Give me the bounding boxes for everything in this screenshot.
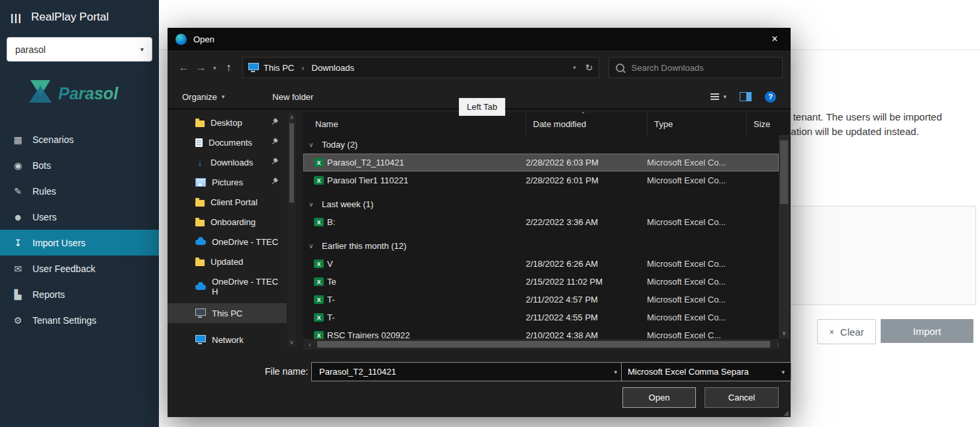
file-row[interactable]: X B: 2/22/2022 3:36 AM Microsoft Excel C…: [303, 213, 779, 231]
forward-button[interactable]: →: [193, 62, 210, 73]
group-label: Earlier this month (12): [322, 241, 407, 251]
up-button[interactable]: ↑: [220, 62, 237, 73]
search-input[interactable]: [630, 62, 752, 73]
refresh-icon[interactable]: ↻: [585, 62, 593, 73]
address-dropdown-chevron[interactable]: ▾: [573, 64, 576, 71]
dialog-titlebar[interactable]: Open: [168, 28, 791, 50]
file-name-input[interactable]: [318, 366, 609, 377]
tree-item-label: Network: [212, 335, 244, 345]
sidebar-item-tenant-settings[interactable]: ⚙ Tenant Settings: [0, 307, 159, 333]
breadcrumb-downloads[interactable]: Downloads: [312, 63, 354, 73]
list-horizontal-scrollbar[interactable]: ‹ ›: [303, 339, 785, 350]
file-row[interactable]: X V 2/18/2022 6:26 AM Microsoft Excel Co…: [303, 255, 779, 273]
scroll-down-icon[interactable]: ∨: [779, 330, 789, 336]
clear-button[interactable]: × Clear: [817, 319, 876, 344]
sidebar-item-users[interactable]: ☻ Users: [0, 204, 159, 230]
import-description-line2: nation will be updated instead.: [785, 126, 919, 137]
view-mode-button[interactable]: ▾: [710, 93, 726, 100]
tree-scrollbar[interactable]: ∧ ∨: [287, 113, 296, 347]
tree-item-pictures[interactable]: Pictures: [168, 172, 287, 192]
tree-item-client-portal[interactable]: Client Portal: [168, 192, 287, 212]
file-name-combobox[interactable]: ▾: [311, 362, 624, 381]
file-type: Microsoft Excel C...: [647, 330, 746, 339]
file-name: Te: [327, 277, 526, 287]
tree-item-documents[interactable]: Documents: [168, 132, 287, 152]
preview-pane-icon[interactable]: [740, 92, 752, 101]
recent-locations-chevron[interactable]: ▾: [209, 64, 220, 71]
this-pc-icon: [248, 63, 259, 70]
excel-file-icon: X: [314, 176, 324, 185]
file-row[interactable]: X Te 2/15/2022 11:02 PM Microsoft Excel …: [303, 273, 779, 291]
tree-item-downloads[interactable]: ↓ Downloads: [168, 152, 287, 172]
column-header-type[interactable]: Type: [647, 113, 746, 135]
tree-item-onboarding[interactable]: Onboarding: [168, 212, 287, 232]
scrollbar-corner: [779, 339, 789, 350]
file-row[interactable]: X Parasol Tier1 110221 2/28/2022 6:01 PM…: [303, 171, 779, 189]
tree-item-desktop[interactable]: Desktop: [168, 113, 287, 132]
file-type: Microsoft Excel Co...: [647, 175, 746, 185]
tree-item-label: Client Portal: [211, 197, 258, 207]
tree-item-updated[interactable]: Updated: [168, 252, 287, 271]
download-icon: ↓: [195, 158, 205, 167]
open-button[interactable]: Open: [622, 387, 696, 408]
tree-item-network[interactable]: Network: [168, 330, 287, 350]
file-date: 2/28/2022 6:03 PM: [526, 158, 647, 167]
back-button[interactable]: ←: [175, 62, 193, 73]
sidebar-item-reports[interactable]: ▙ Reports: [0, 281, 159, 307]
file-type-combobox[interactable]: Microsoft Excel Comma Separa ▾: [621, 362, 791, 381]
file-row[interactable]: X Parasol_T2_110421 2/28/2022 6:03 PM Mi…: [303, 154, 779, 171]
resize-grip[interactable]: ◢: [783, 409, 789, 416]
search-box[interactable]: [609, 57, 783, 78]
tree-scrollbar-thumb[interactable]: [289, 123, 294, 203]
tree-item-onedrive-ttec[interactable]: OneDrive - TTEC: [168, 232, 287, 252]
scroll-down-icon[interactable]: ∨: [289, 339, 294, 346]
sidebar-item-label: Import Users: [32, 238, 85, 248]
organize-button[interactable]: Organize ▾: [182, 92, 224, 102]
group-header-today[interactable]: ∨ Today (2): [303, 135, 779, 154]
sidebar-item-rules[interactable]: ✎ Rules: [0, 178, 159, 204]
group-header-last-week[interactable]: ∨ Last week (1): [303, 195, 779, 213]
column-header-name[interactable]: Name: [314, 113, 526, 135]
file-date: 2/28/2022 6:01 PM: [526, 175, 647, 185]
file-row[interactable]: X RSC Trainers 020922 2/10/2022 4:38 AM …: [303, 326, 779, 339]
sidebar-item-bots[interactable]: ◉ Bots: [0, 152, 159, 178]
import-button[interactable]: Import: [881, 319, 973, 343]
chevron-down-icon[interactable]: ▾: [614, 369, 617, 375]
file-type: Microsoft Excel Co...: [647, 295, 746, 305]
file-name: RSC Trainers 020922: [327, 330, 526, 339]
breadcrumb-this-pc[interactable]: This PC: [264, 63, 294, 73]
scroll-left-icon[interactable]: ‹: [307, 341, 313, 348]
new-folder-button[interactable]: New folder: [272, 92, 313, 102]
menu-icon[interactable]: |||: [11, 12, 22, 23]
collapse-chevron-icon: ∨: [307, 201, 315, 208]
close-icon: ×: [829, 327, 834, 337]
help-icon-glyph: ?: [768, 93, 773, 101]
tenant-select[interactable]: parasol ▾: [7, 37, 152, 62]
help-button[interactable]: ?: [765, 91, 776, 103]
group-header-earlier-this-month[interactable]: ∨ Earlier this month (12): [303, 236, 779, 255]
chevron-down-icon[interactable]: ▾: [781, 369, 785, 375]
address-bar[interactable]: This PC › Downloads ▾ ↻: [242, 57, 599, 78]
tree-item-this-pc[interactable]: This PC: [168, 303, 287, 323]
cancel-button[interactable]: Cancel: [705, 387, 779, 408]
list-horizontal-scrollbar-thumb[interactable]: [317, 341, 770, 348]
pin-icon: [270, 177, 280, 187]
excel-file-icon: X: [314, 331, 324, 339]
scroll-up-icon[interactable]: ∧: [289, 114, 294, 120]
column-header-date-modified[interactable]: ˆ Date modified: [526, 113, 647, 135]
list-vertical-scrollbar-thumb[interactable]: [780, 140, 788, 204]
file-row[interactable]: X T- 2/11/2022 4:57 PM Microsoft Excel C…: [303, 291, 779, 308]
list-vertical-scrollbar[interactable]: ∨: [779, 135, 789, 339]
sidebar-item-scenarios[interactable]: ▦ Scenarios: [0, 126, 159, 152]
tree-item-onedrive-ttec-h[interactable]: OneDrive - TTEC H: [168, 277, 287, 297]
file-name: V: [327, 259, 526, 269]
tree-item-label: Desktop: [211, 118, 242, 128]
collapse-chevron-icon: ∨: [307, 141, 315, 148]
sidebar-item-user-feedback[interactable]: ✉ User Feedback: [0, 256, 159, 281]
file-row[interactable]: X T- 2/11/2022 4:55 PM Microsoft Excel C…: [303, 308, 779, 326]
column-header-size[interactable]: Size: [746, 113, 789, 135]
file-date: 2/22/2022 3:36 AM: [526, 217, 647, 227]
chevron-down-icon: ▾: [140, 46, 144, 53]
dialog-close-button[interactable]: ×: [764, 31, 785, 47]
sidebar-item-import-users[interactable]: ↧ Import Users: [0, 230, 159, 256]
